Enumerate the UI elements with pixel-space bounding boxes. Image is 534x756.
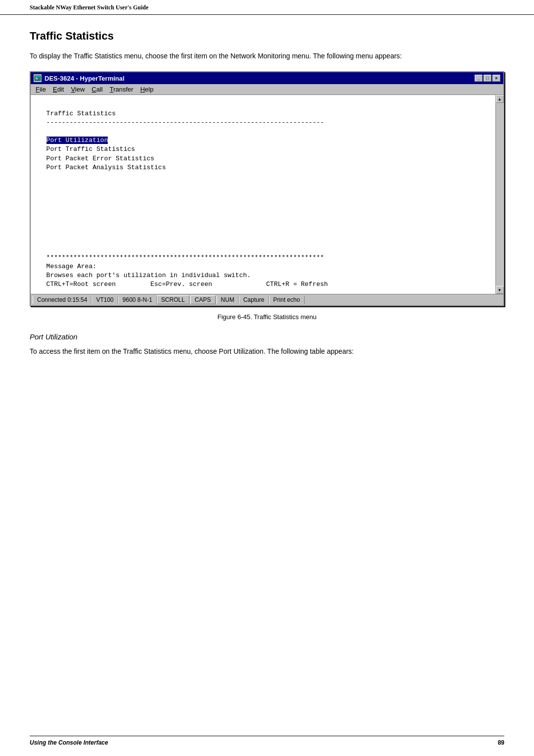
figure-caption: Figure 6-45. Traffic Statistics menu xyxy=(30,313,504,321)
menu-view[interactable]: View xyxy=(68,85,88,94)
term-separator: ****************************************… xyxy=(39,253,493,262)
page-footer: Using the Console Interface 89 xyxy=(30,736,504,746)
titlebar: DES-3624 - HyperTerminal _ □ × xyxy=(31,72,503,84)
term-message-area-text: Browses each port's utilization in indiv… xyxy=(39,271,493,280)
svg-rect-3 xyxy=(36,79,38,79)
term-line-17 xyxy=(39,244,493,253)
menu-transfer[interactable]: Transfer xyxy=(107,85,136,94)
status-vt: VT100 xyxy=(91,296,118,304)
terminal-wrapper: Traffic Statistics ---------------------… xyxy=(31,95,503,294)
term-message-area-label: Message Area: xyxy=(39,262,493,271)
term-shortcuts: CTRL+T=Root screen Esc=Prev. screen CTRL… xyxy=(39,280,493,289)
status-capture: Capture xyxy=(239,296,269,304)
term-line-7: Port Packet Error Statistics xyxy=(39,154,493,163)
statusbar: Connected 0:15:54 VT100 9600 8-N-1 SCROL… xyxy=(31,294,503,305)
term-line-8: Port Packet Analysis Statistics xyxy=(39,163,493,172)
term-line-4 xyxy=(39,127,493,136)
status-caps: CAPS xyxy=(190,295,216,304)
term-line-11 xyxy=(39,190,493,199)
term-line-12 xyxy=(39,199,493,208)
scroll-down-button[interactable]: ▼ xyxy=(496,286,504,294)
status-scroll: SCROLL xyxy=(157,295,189,304)
window-title: DES-3624 - HyperTerminal xyxy=(44,75,125,82)
section-title: Traffic Statistics xyxy=(30,30,504,43)
header-title: Stackable NWay Ethernet Switch User's Gu… xyxy=(30,4,148,11)
term-line-5: Port Utilization xyxy=(39,136,493,145)
menu-file[interactable]: File xyxy=(33,85,49,94)
term-line-2: Traffic Statistics xyxy=(39,109,493,118)
port-utilization-subtitle: Port Utilization xyxy=(30,332,504,341)
hyper-terminal-window: DES-3624 - HyperTerminal _ □ × File Edit… xyxy=(30,71,504,306)
terminal-area: Traffic Statistics ---------------------… xyxy=(31,95,503,294)
page-content: Traffic Statistics To display the Traffi… xyxy=(0,15,534,372)
scroll-up-button[interactable]: ▲ xyxy=(496,95,504,103)
term-line-9 xyxy=(39,172,493,181)
intro-text: To display the Traffic Statistics menu, … xyxy=(30,50,504,61)
titlebar-left: DES-3624 - HyperTerminal xyxy=(34,74,125,82)
scroll-track xyxy=(496,103,504,286)
menu-call[interactable]: Call xyxy=(89,85,105,94)
port-utilization-body: To access the first item on the Traffic … xyxy=(30,346,504,357)
footer-left-text: Using the Console Interface xyxy=(30,739,108,746)
window-buttons: _ □ × xyxy=(475,75,500,82)
app-icon xyxy=(34,74,42,82)
svg-rect-1 xyxy=(35,76,40,77)
svg-rect-2 xyxy=(36,78,37,78)
term-line-14 xyxy=(39,217,493,226)
status-connected: Connected 0:15:54 xyxy=(33,296,91,304)
menu-help[interactable]: Help xyxy=(137,85,157,94)
maximize-button[interactable]: □ xyxy=(484,75,491,82)
term-line-3: ----------------------------------------… xyxy=(39,118,493,127)
footer-page-number: 89 xyxy=(498,739,504,746)
menu-edit[interactable]: Edit xyxy=(50,85,67,94)
term-line-1 xyxy=(39,100,493,109)
status-baud: 9600 8-N-1 xyxy=(118,296,157,304)
menubar: File Edit View Call Transfer Help xyxy=(31,84,503,95)
status-print-echo: Print echo xyxy=(269,296,305,304)
term-line-16 xyxy=(39,235,493,244)
status-num: NUM xyxy=(217,296,239,304)
term-line-13 xyxy=(39,208,493,217)
term-line-6: Port Traffic Statistics xyxy=(39,145,493,154)
close-button[interactable]: × xyxy=(492,75,500,82)
term-line-15 xyxy=(39,226,493,235)
scrollbar[interactable]: ▲ ▼ xyxy=(495,95,503,294)
page-header: Stackable NWay Ethernet Switch User's Gu… xyxy=(0,0,534,15)
minimize-button[interactable]: _ xyxy=(475,75,483,82)
port-utilization-highlight: Port Utilization xyxy=(46,137,108,144)
term-line-10 xyxy=(39,181,493,190)
